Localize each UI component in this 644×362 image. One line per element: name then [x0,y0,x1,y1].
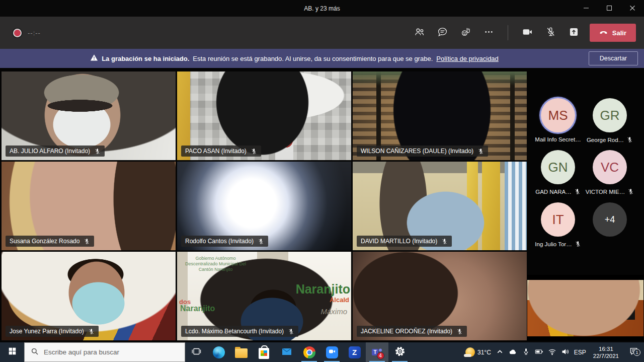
microphone-tray[interactable] [522,347,530,357]
mic-muted-icon [288,328,294,335]
mic-muted-icon [574,188,581,195]
overflow-participants[interactable]: +4 [584,202,636,237]
taskbar-app-settings[interactable] [388,342,411,362]
participant-name-tag: Rodolfo Cantos (Invitado) [181,236,268,247]
hangup-icon [599,28,608,38]
share-screen-button[interactable] [566,24,583,41]
chat-button[interactable] [434,24,451,41]
language-indicator[interactable]: ESP [574,349,586,356]
network-tray[interactable] [548,347,556,357]
mic-toggle-button[interactable] [542,24,559,41]
participant-avatar-it[interactable]: IT Ing Julio Tor… [532,202,584,247]
wifi-icon [548,347,556,357]
avatar: GN [541,150,575,184]
taskbar-app-explorer[interactable] [230,342,253,362]
zoom-camera-glyph [329,348,336,357]
taskbar-search[interactable] [24,342,185,362]
title-bar: AB. y 23 más [0,0,644,17]
task-view-button[interactable] [185,342,207,362]
close-button[interactable] [621,0,644,17]
leave-call-button[interactable]: Salir [590,24,636,42]
start-button[interactable] [0,342,24,362]
warning-icon [90,54,98,63]
weather-widget[interactable]: 31°C [465,347,491,357]
reactions-button[interactable] [457,24,474,41]
battery-tray[interactable] [535,347,543,357]
edge-icon [213,346,225,358]
camera-on-icon [522,27,533,39]
chat-icon [437,27,448,39]
participant-name-tag: DAVID MARTILLO (Invitado) [357,236,452,247]
minimize-button[interactable] [575,0,598,17]
video-tile-paco-asan[interactable]: PACO ASAN (Invitado) [177,71,351,160]
video-tile-jackeline-ordonez[interactable]: JACKELINE ORDOÑEZ (Invitado) [353,252,527,340]
dismiss-banner-button[interactable]: Descartar [589,51,638,65]
battery-icon [535,347,543,357]
taskbar-app-edge[interactable] [207,342,230,362]
taskbar-app-teams[interactable]: T 4 [366,342,388,362]
avatar: IT [541,202,575,237]
video-tile-rodolfo-cantos[interactable]: Rodolfo Cantos (Invitado) [177,162,351,250]
system-tray: 31°C ESP 16:31 22/7/2021 1 [465,342,644,362]
participant-label: Mail Info Secret… [535,136,581,142]
taskbar-app-z[interactable] [343,342,366,362]
toolbar-divider [508,25,508,40]
zoom-icon [326,346,338,358]
participant-name-tag: Jose Yunez Parra (Invitado) [6,326,99,337]
banner-text-alcaldia: Alcald [330,296,349,304]
taskbar-app-zoom[interactable] [320,342,343,362]
video-tile-wilson-canizares[interactable]: WILSON CAÑIZARES (DAULE) (Invitado) [353,71,527,160]
volume-tray[interactable] [561,347,570,357]
mic-muted-icon [258,238,264,245]
participant-name-tag: Susana González Rosado [6,236,94,247]
more-actions-button[interactable] [480,24,498,41]
speaker-icon [561,347,570,357]
self-video-tile[interactable] [527,275,643,341]
taskbar-app-chrome[interactable] [298,342,320,362]
video-tile-julio-alfaro[interactable]: AB. JULIO ALFARO (Invitado) [2,71,176,160]
video-tile-jose-yunez[interactable]: Jose Yunez Parra (Invitado) [2,252,176,340]
video-tile-maximo-betancourth[interactable]: Gobierno Autónomo Descentralizado Munici… [177,252,351,340]
search-input[interactable] [44,348,170,356]
taskbar-app-mail[interactable] [275,342,298,362]
video-tile-david-martillo[interactable]: DAVID MARTILLO (Invitado) [353,162,527,250]
participant-avatar-gn[interactable]: GN GAD NARA… [532,150,584,195]
banner-text-script: Máximo [320,307,347,316]
participant-name: Rodolfo Cantos (Invitado) [185,238,254,245]
camera-toggle-button[interactable] [519,24,536,41]
banner-title: La grabación se ha iniciado. [102,55,189,62]
mic-muted-icon [84,238,90,245]
video-grid: AB. JULIO ALFARO (Invitado) PACO ASAN (I… [2,71,527,340]
participants-button[interactable] [411,24,428,41]
taskbar-clock[interactable]: 16:31 22/7/2021 [591,345,621,359]
teams-meeting-window: AB. y 23 más --:-- Salir [0,0,644,362]
clock-time: 16:31 [593,345,619,352]
privacy-policy-link[interactable]: Política de privacidad [436,55,499,62]
search-icon [31,347,39,357]
maximize-button[interactable] [598,0,621,17]
participant-label: GAD NARA… [535,189,572,195]
action-center-button[interactable]: 1 [626,346,641,358]
participant-name: Susana González Rosado [10,238,79,245]
maximize-icon [606,4,612,13]
self-video-feed [527,280,643,336]
participant-avatar-gr[interactable]: GR George Rod… [584,98,636,143]
participant-name: JACKELINE ORDOÑEZ (Invitado) [361,328,452,335]
language-label: ESP [574,349,586,356]
participant-name: DAVID MARTILLO (Invitado) [361,238,437,245]
video-tile-susana-gonzalez[interactable]: Susana González Rosado [2,162,176,250]
weather-icon [465,347,475,357]
participant-name-tag: JACKELINE ORDOÑEZ (Invitado) [357,326,467,337]
task-view-icon [191,346,201,358]
participant-name: PACO ASAN (Invitado) [185,148,247,155]
chrome-icon [303,346,315,358]
participant-avatar-ms[interactable]: MS Mail Info Secret… [532,98,584,142]
participant-avatar-vc[interactable]: VC VICTOR MIE… [584,150,636,195]
taskbar-app-store[interactable] [253,342,275,362]
tray-overflow-button[interactable] [496,347,504,357]
gear-icon [394,346,406,359]
windows-taskbar: T 4 31°C ESP 16:31 22/7/2021 1 [0,342,644,362]
banner-text-brand: Naranjito [296,282,350,297]
ellipsis-icon [484,27,494,39]
onedrive-tray[interactable] [509,347,517,357]
